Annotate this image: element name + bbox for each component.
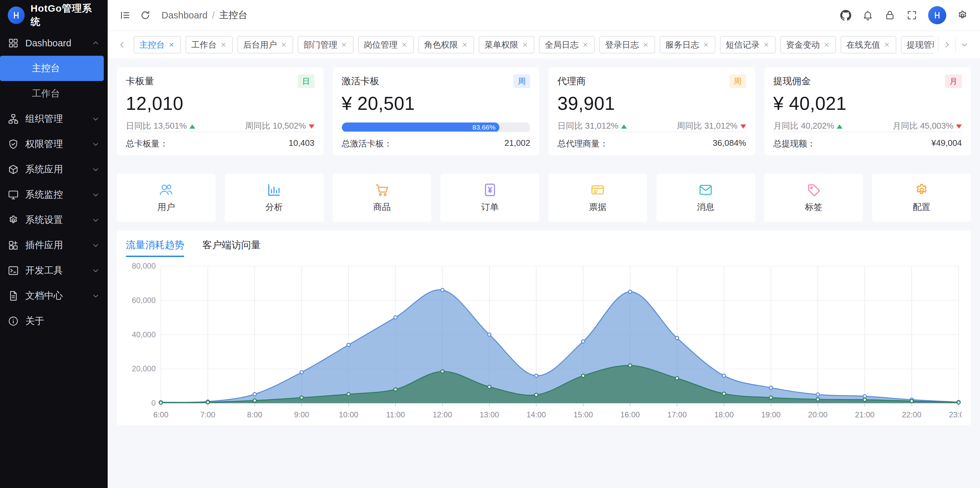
sidebar-item-gear[interactable]: 系统设置 — [0, 208, 108, 233]
sidebar-subitem-dashboard-1[interactable]: 工作台 — [0, 81, 108, 106]
tab-3[interactable]: 部门管理 — [298, 36, 353, 54]
chart-tab-0[interactable]: 流量消耗趋势 — [126, 239, 184, 257]
tab-close-icon[interactable] — [280, 41, 287, 48]
sidebar-subitem-dashboard-0[interactable]: 主控台 — [0, 56, 104, 81]
refresh-icon[interactable] — [136, 6, 154, 24]
tab-0[interactable]: 主控台 — [134, 36, 181, 54]
tab-12[interactable]: 在线充值 — [840, 36, 896, 54]
quick-action-tag[interactable]: 标签 — [764, 174, 863, 222]
sidebar-item-label: 组织管理 — [25, 112, 85, 125]
fullscreen-icon[interactable] — [903, 6, 921, 24]
breadcrumb-root[interactable]: Dashboard — [162, 10, 208, 21]
tab-close-icon[interactable] — [461, 41, 468, 48]
stat-card-footer: 总提现额： ¥49,004 — [773, 132, 962, 149]
quick-action-bar-chart[interactable]: 分析 — [225, 174, 324, 222]
chart-tabs: 流量消耗趋势客户端访问量 — [126, 239, 962, 257]
quick-action-order[interactable]: 订单 — [441, 174, 539, 222]
stat-period-badge: 日 — [298, 74, 315, 88]
svg-text:0: 0 — [151, 399, 156, 407]
tabs-scroll-right-icon[interactable] — [938, 37, 955, 52]
sidebar-item-terminal[interactable]: 开发工具 — [0, 258, 108, 283]
tab-close-icon[interactable] — [401, 41, 408, 48]
shield-icon — [8, 139, 19, 150]
quick-action-users[interactable]: 用户 — [117, 174, 216, 222]
tab-8[interactable]: 登录日志 — [599, 36, 655, 54]
tabs-menu-chevron-down-icon[interactable] — [955, 37, 973, 52]
stat-metrics: 日同比 13,501%周同比 10,502% — [126, 120, 315, 132]
tab-11[interactable]: 资金变动 — [780, 36, 836, 54]
area-chart: 020,00040,00060,00080,0006:007:008:009:0… — [126, 260, 962, 421]
sidebar-item-dashboard[interactable]: Dashboard — [0, 30, 108, 56]
tab-1[interactable]: 工作台 — [186, 36, 233, 54]
tab-close-icon[interactable] — [642, 41, 649, 48]
app-logo[interactable]: HotGo管理系统 — [0, 0, 108, 30]
tab-label: 登录日志 — [605, 39, 639, 51]
tab-close-icon[interactable] — [168, 41, 175, 48]
stat-card-header: 提现佣金 月 — [773, 74, 962, 88]
tab-label: 角色权限 — [424, 39, 458, 51]
stat-card-1: 激活卡板 周 ¥ 20,501 83.66% 总激活卡板： 21,002 — [333, 67, 539, 155]
tab-5[interactable]: 角色权限 — [418, 36, 474, 54]
notifications-bell-icon[interactable] — [859, 6, 877, 24]
stat-footer-label: 总代理商量： — [557, 138, 608, 149]
chevron-down-icon — [91, 241, 100, 249]
tab-10[interactable]: 短信记录 — [720, 36, 776, 54]
quick-action-cart[interactable]: 商品 — [333, 174, 432, 222]
sidebar-item-label: 系统应用 — [25, 163, 85, 176]
chevron-down-icon — [91, 190, 100, 199]
tab-2[interactable]: 后台用户 — [237, 36, 293, 54]
tab-close-icon[interactable] — [522, 41, 528, 48]
svg-text:10:00: 10:00 — [339, 410, 358, 419]
sidebar-item-document[interactable]: 文档中心 — [0, 283, 108, 309]
sidebar-item-plugin[interactable]: 插件应用 — [0, 233, 108, 258]
svg-text:40,000: 40,000 — [132, 330, 156, 339]
stat-footer-value: 21,002 — [504, 138, 530, 149]
tab-close-icon[interactable] — [823, 41, 830, 48]
sidebar-item-shield[interactable]: 权限管理 — [0, 132, 108, 157]
tab-close-icon[interactable] — [340, 41, 348, 48]
tabs-scroll-left-icon[interactable] — [115, 37, 130, 52]
breadcrumb: Dashboard / 主控台 — [162, 9, 247, 22]
tab-4[interactable]: 岗位管理 — [358, 36, 414, 54]
metric: 周同比 31,012% — [677, 120, 746, 132]
quick-action-ticket[interactable]: 票据 — [548, 174, 647, 222]
trend-up-icon — [189, 124, 195, 128]
progress-label: 83.66% — [473, 124, 495, 131]
svg-text:14:00: 14:00 — [527, 410, 546, 419]
quick-action-label: 消息 — [697, 201, 714, 213]
tab-close-icon[interactable] — [763, 41, 770, 48]
quick-action-mail[interactable]: 消息 — [656, 174, 755, 222]
tab-close-icon[interactable] — [883, 41, 891, 48]
sidebar-item-info[interactable]: 关于 — [0, 309, 108, 334]
stat-footer-label: 总卡板量： — [126, 138, 168, 149]
user-avatar[interactable] — [928, 6, 946, 24]
lock-screen-icon[interactable] — [881, 6, 899, 24]
tab-close-icon[interactable] — [702, 41, 710, 48]
sidebar: HotGo管理系统 Dashboard主控台工作台组织管理权限管理系统应用系统监… — [0, 0, 108, 488]
tab-13[interactable]: 提现管理 — [901, 36, 934, 54]
sidebar-item-cube[interactable]: 系统应用 — [0, 157, 108, 182]
stat-progress: 83.66% — [342, 120, 531, 132]
sidebar-item-org[interactable]: 组织管理 — [0, 106, 108, 132]
stat-period-badge: 周 — [513, 74, 530, 88]
top-header: Dashboard / 主控台 — [108, 0, 980, 30]
tab-label: 短信记录 — [726, 39, 759, 51]
sidebar-item-label: 插件应用 — [25, 239, 85, 252]
quick-action-config[interactable]: 配置 — [872, 174, 971, 222]
chevron-down-icon — [91, 165, 100, 174]
order-icon — [482, 182, 498, 197]
traffic-area-chart-svg: 020,00040,00060,00080,0006:007:008:009:0… — [126, 260, 962, 421]
collapse-menu-icon[interactable] — [116, 6, 134, 24]
tab-close-icon[interactable] — [582, 41, 589, 48]
tab-close-icon[interactable] — [220, 41, 227, 48]
github-icon[interactable] — [837, 6, 855, 24]
settings-gear-icon[interactable] — [953, 6, 972, 24]
chart-tab-1[interactable]: 客户端访问量 — [202, 239, 261, 257]
tab-9[interactable]: 服务日志 — [660, 36, 715, 54]
tab-7[interactable]: 全局日志 — [539, 36, 595, 54]
tab-6[interactable]: 菜单权限 — [479, 36, 535, 54]
svg-text:13:00: 13:00 — [480, 410, 499, 419]
gear-icon — [8, 214, 19, 225]
sidebar-item-monitor[interactable]: 系统监控 — [0, 182, 108, 208]
svg-text:8:00: 8:00 — [247, 410, 262, 419]
